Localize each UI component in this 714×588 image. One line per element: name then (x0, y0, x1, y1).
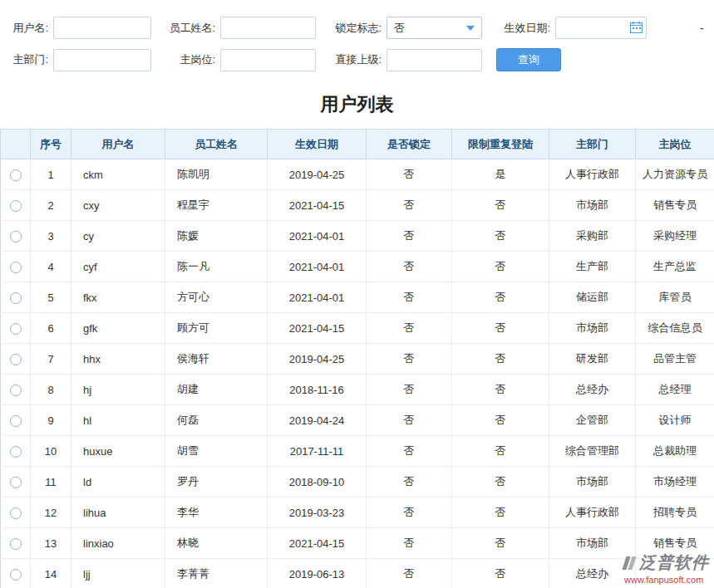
cell-dept: 市场部 (549, 467, 636, 497)
cell-date: 2019-04-25 (268, 344, 367, 375)
row-radio[interactable] (10, 507, 22, 519)
row-radio[interactable] (10, 569, 22, 581)
table-row: 4cyf陈一凡2021-04-01否否生产部生产总监 (1, 252, 714, 282)
cell-username: cxy (71, 190, 165, 221)
cell-locked: 否 (367, 405, 452, 436)
row-select-cell (1, 159, 31, 190)
cell-dept: 采购部 (549, 221, 636, 252)
row-select-cell (1, 528, 31, 559)
column-header: 主岗位 (636, 130, 714, 159)
cell-post: 品管主管 (636, 344, 714, 375)
cell-locked: 否 (367, 344, 452, 375)
cell-post: 库管员 (636, 282, 714, 313)
table-row: 8hj胡建2018-11-16否否总经办总经理 (1, 375, 714, 405)
direct-superior-label: 直接上级: (316, 52, 387, 67)
main-post-label: 主岗位: (151, 52, 220, 67)
table-row: 10huxue胡雪2017-11-11否否综合管理部总裁助理 (1, 436, 714, 467)
username-input[interactable] (53, 17, 151, 39)
cell-date: 2021-04-01 (268, 252, 367, 282)
cell-seq: 10 (31, 436, 71, 467)
employee-name-input[interactable] (220, 17, 316, 39)
cell-date: 2018-09-10 (268, 467, 367, 497)
table-row: 13linxiao林晓2021-04-15否否市场部销售专员 (1, 528, 714, 559)
row-select-cell (1, 405, 31, 436)
row-select-cell (1, 497, 31, 528)
cell-username: ld (71, 467, 165, 497)
cell-locked: 否 (367, 159, 452, 190)
row-radio[interactable] (10, 262, 22, 273)
row-radio[interactable] (10, 538, 22, 550)
cell-date: 2019-06-13 (268, 559, 367, 588)
row-select-cell (1, 313, 31, 344)
cell-seq: 11 (31, 467, 71, 497)
cell-dept: 市场部 (549, 190, 636, 221)
row-radio[interactable] (10, 354, 22, 365)
cell-date: 2021-04-15 (268, 190, 367, 221)
cell-dept: 研发部 (549, 344, 636, 375)
cell-limit: 否 (452, 436, 549, 467)
cell-username: gfk (71, 313, 165, 344)
calendar-icon[interactable] (630, 22, 643, 33)
filter-row-2: 主部门: 主岗位: 直接上级: 查询 (7, 48, 714, 71)
row-radio[interactable] (10, 292, 22, 304)
cell-post: 综合信息员 (636, 313, 714, 344)
main-post-input[interactable] (220, 49, 316, 71)
cell-seq: 4 (31, 252, 71, 282)
row-select-cell (1, 467, 31, 497)
cell-username: hl (71, 405, 165, 436)
row-radio[interactable] (10, 385, 22, 396)
row-radio[interactable] (10, 231, 22, 243)
cell-locked: 否 (367, 375, 452, 405)
cell-limit: 否 (452, 375, 549, 405)
direct-superior-input[interactable] (387, 49, 482, 71)
cell-date: 2021-04-01 (268, 282, 367, 313)
cell-post: 人力资源专员 (636, 159, 714, 190)
cell-seq: 8 (31, 375, 71, 405)
cell-date: 2021-04-15 (268, 528, 367, 559)
cell-name: 林晓 (165, 528, 268, 559)
row-radio[interactable] (10, 477, 22, 488)
row-radio[interactable] (10, 446, 22, 458)
cell-username: ljj (71, 559, 165, 588)
cell-dept: 企管部 (549, 405, 636, 436)
cell-seq: 13 (31, 528, 71, 559)
search-button[interactable]: 查询 (496, 48, 561, 71)
lock-flag-select[interactable]: 否 (387, 17, 482, 39)
column-header: 生效日期 (268, 130, 367, 159)
column-header: 员工姓名 (165, 130, 268, 159)
cell-locked: 否 (367, 467, 452, 497)
table-header-row: 序号用户名员工姓名生效日期是否锁定限制重复登陆主部门主岗位 (1, 130, 714, 159)
username-label: 用户名: (7, 21, 53, 36)
cell-post: 总经理 (636, 375, 714, 405)
row-radio[interactable] (10, 169, 22, 181)
cell-name: 陈一凡 (165, 252, 268, 282)
cell-name: 方可心 (165, 282, 268, 313)
cell-locked: 否 (367, 282, 452, 313)
cell-locked: 否 (367, 252, 452, 282)
cell-date: 2021-04-01 (268, 221, 367, 252)
row-select-cell (1, 344, 31, 375)
row-radio[interactable] (10, 200, 22, 212)
cell-limit: 否 (452, 528, 549, 559)
row-radio[interactable] (10, 415, 22, 427)
cell-limit: 否 (452, 497, 549, 528)
cell-username: cyf (71, 252, 165, 282)
table-row: 11ld罗丹2018-09-10否否市场部市场经理 (1, 467, 714, 497)
cell-name: 陈媛 (165, 221, 268, 252)
cell-seq: 5 (31, 282, 71, 313)
cell-date: 2018-11-16 (268, 375, 367, 405)
cell-seq: 14 (31, 559, 71, 588)
cell-seq: 1 (31, 159, 71, 190)
table-row: 14ljj李菁菁2019-06-13否否总经办 (1, 559, 714, 588)
cell-username: lihua (71, 497, 165, 528)
row-radio[interactable] (10, 323, 22, 335)
employee-name-label: 员工姓名: (151, 21, 220, 36)
cell-date: 2019-04-25 (268, 159, 367, 190)
cell-post: 生产总监 (636, 252, 714, 282)
column-header: 限制重复登陆 (452, 130, 549, 159)
main-dept-input[interactable] (53, 49, 151, 71)
cell-date: 2019-03-23 (268, 497, 367, 528)
cell-username: linxiao (71, 528, 165, 559)
cell-seq: 2 (31, 190, 71, 221)
cell-name: 李华 (165, 497, 268, 528)
